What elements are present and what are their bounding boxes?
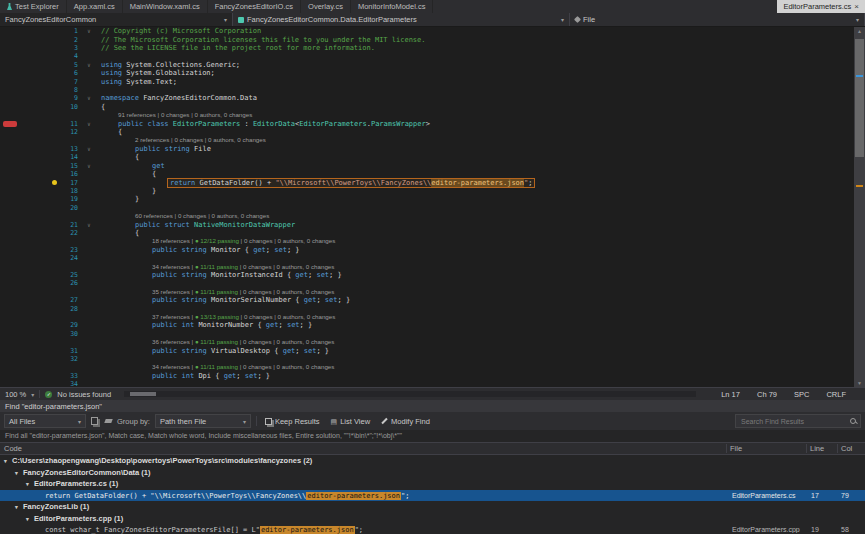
spaces-indicator[interactable]: SPC: [794, 390, 809, 399]
scope-filter-dropdown[interactable]: All Files: [4, 414, 86, 428]
column-header-file[interactable]: File: [726, 444, 806, 453]
column-indicator[interactable]: Ch 79: [757, 390, 777, 399]
horizontal-scrollbar-thumb[interactable]: [130, 392, 156, 396]
code-line[interactable]: 28: [0, 304, 853, 312]
document-tab[interactable]: Test Explorer: [0, 0, 67, 13]
code-line[interactable]: 26: [0, 279, 853, 287]
code-line[interactable]: 8: [0, 86, 853, 94]
modify-find-button[interactable]: Modify Find: [378, 417, 433, 426]
tree-expander-icon[interactable]: ▾: [15, 504, 23, 510]
code-line[interactable]: 9∨namespace FancyZonesEditorCommon.Data: [0, 94, 853, 102]
code-line[interactable]: 27public string MonitorSerialNumber { ge…: [0, 296, 853, 304]
code-line[interactable]: 23public string Monitor { get; set; }: [0, 246, 853, 254]
code-line[interactable]: 29public int MonitorNumber { get; set; }: [0, 321, 853, 329]
document-tab[interactable]: App.xaml.cs: [67, 0, 123, 13]
fold-chevron-icon[interactable]: ∨: [81, 221, 97, 229]
document-tab[interactable]: Overlay.cs: [301, 0, 351, 13]
find-result-row[interactable]: const wchar_t FancyZonesEditorParameters…: [0, 524, 865, 534]
code-line[interactable]: 15∨get: [0, 162, 853, 170]
clear-icon[interactable]: [104, 419, 112, 423]
find-tree-row[interactable]: ▾FancyZonesEditorCommon\Data (1): [0, 467, 865, 479]
code-line[interactable]: 30: [0, 330, 853, 338]
codelens-line[interactable]: 2 references | 0 changes | 0 authors, 0 …: [0, 136, 853, 144]
tree-expander-icon[interactable]: ▾: [26, 481, 34, 487]
find-panel-header[interactable]: Find "editor-parameters.json": [0, 400, 865, 412]
tree-expander-icon[interactable]: ▾: [4, 458, 12, 464]
codelens-line[interactable]: 34 references | ● 11/11 passing | 0 chan…: [0, 363, 853, 371]
code-line[interactable]: 22{: [0, 229, 853, 237]
tree-expander-icon[interactable]: ▾: [26, 516, 34, 522]
type-dropdown[interactable]: FancyZonesEditorCommon.Data.EditorParame…: [233, 13, 570, 26]
group-by-dropdown[interactable]: Path then File: [155, 414, 251, 428]
code-line[interactable]: 5∨using System.Collections.Generic;: [0, 61, 853, 69]
codelens-line[interactable]: 35 references | ● 11/11 passing | 0 chan…: [0, 288, 853, 296]
scroll-down-arrow[interactable]: [854, 379, 865, 387]
code-line[interactable]: 12{: [0, 128, 853, 136]
code-line[interactable]: 21∨public struct NativeMonitorDataWrappe…: [0, 220, 853, 228]
code-line[interactable]: 24: [0, 254, 853, 262]
code-line[interactable]: 17return GetDataFolder() + "\\Microsoft\…: [0, 178, 853, 186]
fold-chevron-icon[interactable]: ∨: [81, 94, 97, 102]
codelens-line[interactable]: 91 references | 0 changes | 0 authors, 0…: [0, 111, 853, 119]
fold-chevron-icon[interactable]: ∨: [81, 61, 97, 69]
health-check-icon[interactable]: [45, 391, 52, 398]
vertical-scrollbar[interactable]: [854, 27, 865, 387]
fold-chevron-icon[interactable]: ∨: [81, 145, 97, 153]
lightbulb-icon[interactable]: [52, 180, 57, 185]
health-status[interactable]: No issues found: [57, 390, 111, 399]
chevron-down-icon[interactable]: [31, 390, 34, 399]
zoom-level[interactable]: 100 %: [5, 390, 26, 399]
column-header-line[interactable]: Line: [806, 444, 837, 453]
code-line[interactable]: 6using System.Globalization;: [0, 69, 853, 77]
code-line[interactable]: 3// See the LICENSE file in the project …: [0, 44, 853, 52]
search-find-results-box[interactable]: [735, 414, 861, 428]
code-line[interactable]: 1∨// Copyright (c) Microsoft Corporation: [0, 27, 853, 35]
horizontal-scrollbar[interactable]: [124, 391, 696, 397]
close-icon[interactable]: [854, 2, 859, 11]
code-line[interactable]: 18}: [0, 187, 853, 195]
codelens-line[interactable]: 36 references | ● 11/11 passing | 0 chan…: [0, 338, 853, 346]
document-tab[interactable]: MainWindow.xaml.cs: [123, 0, 208, 13]
codelens-line[interactable]: 34 references | ● 11/11 passing | 0 chan…: [0, 262, 853, 270]
document-tab[interactable]: FancyZonesEditorIO.cs: [208, 0, 301, 13]
code-line[interactable]: 32: [0, 355, 853, 363]
code-line[interactable]: 10{: [0, 103, 853, 111]
code-line[interactable]: 4: [0, 52, 853, 60]
copy-icon[interactable]: [91, 417, 98, 425]
code-line[interactable]: 2// The Microsoft Corporation licenses t…: [0, 35, 853, 43]
codelens-line[interactable]: 18 references | ● 12/12 passing | 0 chan…: [0, 237, 853, 245]
codelens-line[interactable]: 37 references | ● 13/13 passing | 0 chan…: [0, 313, 853, 321]
code-line[interactable]: 31public string VirtualDesktop { get; se…: [0, 346, 853, 354]
fold-chevron-icon[interactable]: ∨: [81, 27, 97, 35]
code-line[interactable]: 20: [0, 204, 853, 212]
find-tree-row[interactable]: ▾FancyZonesLib (1): [0, 501, 865, 513]
line-indicator[interactable]: Ln 17: [721, 390, 740, 399]
search-find-results-input[interactable]: [739, 417, 848, 426]
document-tab[interactable]: MonitorInfoModel.cs: [351, 0, 434, 13]
codelens-line[interactable]: 60 references | 0 changes | 0 authors, 0…: [0, 212, 853, 220]
find-tree-row[interactable]: ▾C:\Users\zhaopengwang\Desktop\powertoys…: [0, 455, 865, 467]
fold-chevron-icon[interactable]: ∨: [81, 120, 97, 128]
code-line[interactable]: 7using System.Text;: [0, 77, 853, 85]
column-header-col[interactable]: Col: [837, 444, 865, 453]
project-dropdown[interactable]: FancyZonesEditorCommon: [0, 13, 233, 26]
member-dropdown[interactable]: File: [570, 13, 865, 26]
keep-results-button[interactable]: Keep Results: [262, 417, 323, 426]
tree-expander-icon[interactable]: ▾: [15, 470, 23, 476]
find-tree-row[interactable]: ▾EditorParameters.cs (1): [0, 478, 865, 490]
scrollbar-thumb[interactable]: [855, 39, 864, 157]
scroll-up-arrow[interactable]: [854, 27, 865, 35]
code-line[interactable]: 19}: [0, 195, 853, 203]
column-header-code[interactable]: Code: [0, 444, 726, 453]
code-line[interactable]: 11∨public class EditorParameters : Edito…: [0, 119, 853, 127]
code-line[interactable]: 13∨public string File: [0, 145, 853, 153]
line-ending-indicator[interactable]: CRLF: [826, 390, 846, 399]
fold-chevron-icon[interactable]: ∨: [81, 162, 97, 170]
code-line[interactable]: 14{: [0, 153, 853, 161]
find-result-row[interactable]: return GetDataFolder() + "\\Microsoft\\P…: [0, 490, 865, 502]
code-editor[interactable]: 1∨// Copyright (c) Microsoft Corporation…: [0, 27, 865, 387]
list-view-button[interactable]: List View: [328, 417, 374, 426]
code-line[interactable]: 34: [0, 380, 853, 387]
preview-tab-editorparameters[interactable]: EditorParameters.cs: [777, 0, 865, 13]
code-line[interactable]: 33public int Dpi { get; set; }: [0, 372, 853, 380]
